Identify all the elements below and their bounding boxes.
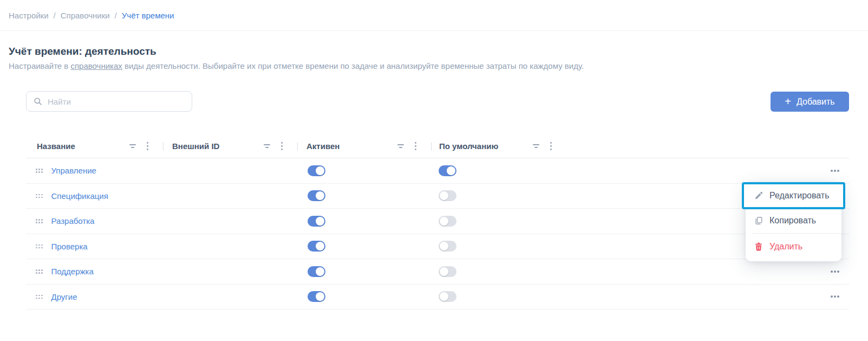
column-label: Название [37, 141, 75, 151]
search-input[interactable] [42, 92, 192, 111]
activities-table: Название Внешний ID Активен По умолчанию [26, 134, 849, 310]
activity-name-link[interactable]: Другие [51, 292, 77, 301]
row-actions-ellipsis-icon[interactable] [830, 166, 840, 175]
default-toggle[interactable] [439, 190, 456, 201]
pencil-icon [754, 191, 763, 200]
activity-name-link[interactable]: Поддержка [51, 267, 94, 276]
row-actions-ellipsis-icon[interactable] [830, 267, 840, 276]
external-id-cell [164, 285, 298, 310]
drag-handle-icon[interactable] [36, 295, 43, 299]
row-context-menu: Редактировать Копировать Удалить [746, 182, 841, 261]
column-label: Активен [306, 141, 340, 151]
directories-link[interactable]: справочниках [70, 61, 122, 70]
table-row: Управление [26, 158, 849, 184]
page-title: Учёт времени: деятельность [9, 46, 156, 57]
description-text: виды деятельности. Выбирайте их при отме… [122, 61, 584, 70]
external-id-cell [164, 259, 298, 284]
menu-divider [752, 233, 841, 234]
menu-item-edit[interactable]: Редактировать [742, 182, 845, 209]
drag-handle-icon[interactable] [36, 219, 43, 223]
menu-item-label: Редактировать [769, 191, 830, 201]
menu-item-label: Копировать [769, 216, 816, 226]
search-box [26, 91, 192, 112]
activity-name-link[interactable]: Разработка [51, 216, 95, 226]
search-icon [34, 97, 42, 106]
table-header: Название Внешний ID Активен По умолчанию [26, 134, 849, 158]
column-menu-icon[interactable] [550, 142, 552, 150]
menu-item-label: Удалить [769, 242, 802, 252]
active-toggle[interactable] [308, 266, 325, 277]
external-id-cell [164, 209, 298, 234]
drag-handle-icon[interactable] [36, 169, 43, 173]
active-toggle[interactable] [308, 190, 325, 201]
menu-item-copy[interactable]: Копировать [746, 209, 841, 232]
column-label: Внешний ID [172, 141, 219, 151]
menu-item-delete[interactable]: Удалить [746, 235, 841, 259]
add-button[interactable]: + Добавить [771, 92, 849, 112]
breadcrumb-directories[interactable]: Справочники [61, 11, 110, 20]
drag-handle-icon[interactable] [36, 269, 43, 274]
breadcrumb-time-tracking: Учёт времени [122, 11, 174, 20]
external-id-cell [164, 234, 298, 259]
table-row: Поддержка [26, 259, 849, 285]
default-toggle[interactable] [439, 266, 456, 277]
activity-name-link[interactable]: Управление [51, 166, 96, 175]
default-toggle[interactable] [439, 241, 456, 252]
table-row: Проверка [26, 234, 849, 260]
active-toggle[interactable] [308, 165, 325, 176]
column-label: По умолчанию [439, 141, 498, 151]
page: Настройки / Справочники / Учёт времени У… [0, 0, 868, 341]
default-toggle[interactable] [439, 216, 456, 227]
breadcrumb: Настройки / Справочники / Учёт времени [9, 11, 174, 20]
external-id-cell [164, 184, 298, 209]
column-menu-icon[interactable] [281, 142, 283, 150]
active-toggle[interactable] [308, 241, 325, 252]
table-row: Разработка [26, 209, 849, 234]
filter-icon[interactable] [264, 144, 270, 148]
breadcrumb-divider [0, 30, 868, 31]
drag-handle-icon[interactable] [36, 194, 43, 198]
external-id-cell [164, 158, 298, 183]
plus-icon: + [785, 96, 791, 107]
trash-icon [754, 242, 763, 251]
column-header-active: Активен [298, 134, 432, 158]
table-row: Спецификация [26, 184, 849, 209]
filter-icon[interactable] [397, 144, 404, 148]
column-header-external-id: Внешний ID [164, 134, 298, 158]
filter-icon[interactable] [129, 144, 136, 148]
table-row: Другие [26, 285, 849, 310]
add-button-label: Добавить [797, 97, 835, 107]
page-description: Настраивайте в справочниках виды деятель… [9, 61, 584, 70]
activity-name-link[interactable]: Спецификация [51, 191, 108, 201]
breadcrumb-separator: / [54, 11, 56, 20]
activity-name-link[interactable]: Проверка [51, 242, 88, 251]
description-text: Настраивайте в [9, 61, 70, 70]
column-menu-icon[interactable] [415, 142, 416, 150]
column-menu-icon[interactable] [147, 142, 148, 150]
row-actions-ellipsis-icon[interactable] [830, 292, 840, 301]
drag-handle-icon[interactable] [36, 245, 43, 249]
breadcrumb-settings[interactable]: Настройки [9, 11, 49, 20]
copy-icon [754, 216, 763, 225]
active-toggle[interactable] [308, 291, 325, 302]
default-toggle[interactable] [439, 291, 456, 302]
filter-icon[interactable] [533, 144, 539, 148]
active-toggle[interactable] [308, 216, 325, 227]
column-header-default: По умолчанию [432, 134, 567, 158]
column-header-name: Название [26, 134, 164, 158]
breadcrumb-separator: / [115, 11, 117, 20]
default-toggle[interactable] [439, 165, 456, 176]
